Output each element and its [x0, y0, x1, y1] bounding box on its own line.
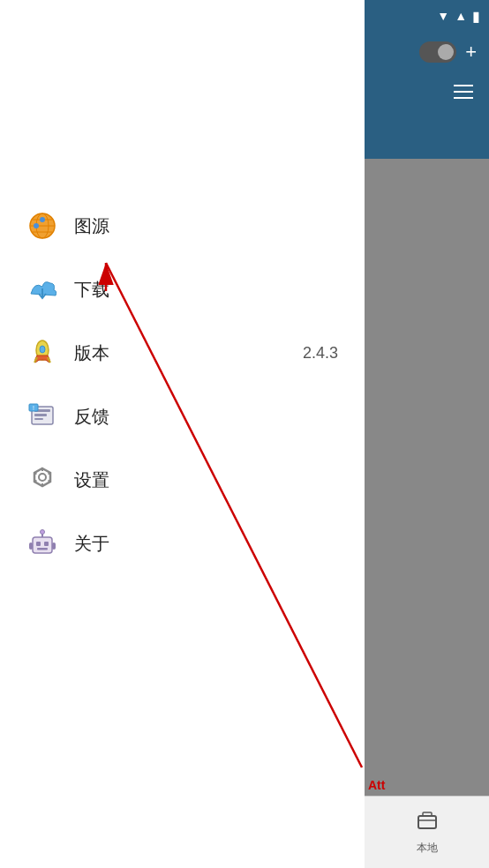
svg-rect-14	[34, 414, 47, 416]
svg-point-19	[39, 474, 46, 481]
wifi-icon: ▼	[437, 9, 449, 23]
status-bar: ▼ ▲ ▮	[365, 0, 489, 32]
menu-item-banben[interactable]: 版本 2.4.3	[18, 321, 365, 385]
xiazai-label: 下载	[74, 278, 109, 302]
menu-item-xiazai[interactable]: 下载	[18, 258, 365, 321]
banben-value: 2.4.3	[303, 344, 338, 363]
local-tab-label: 本地	[417, 841, 438, 856]
top-row: +	[377, 41, 477, 64]
svg-point-9	[40, 346, 45, 353]
local-tab-icon	[415, 809, 440, 837]
bottom-tab-local[interactable]: 本地	[365, 796, 489, 868]
menu-item-shezhi[interactable]: 设置	[18, 448, 365, 512]
svg-rect-39	[423, 812, 432, 816]
tuyuan-icon	[26, 210, 58, 242]
add-button[interactable]: +	[465, 41, 477, 64]
shezhi-svg-icon	[27, 465, 57, 495]
svg-rect-33	[52, 542, 56, 550]
svg-line-23	[49, 481, 51, 483]
svg-text:!: !	[33, 405, 34, 411]
guanyu-icon	[26, 528, 58, 559]
svg-rect-15	[34, 418, 43, 420]
svg-rect-29	[37, 548, 48, 550]
svg-rect-26	[33, 537, 52, 553]
svg-line-22	[34, 473, 37, 475]
banben-label: 版本	[74, 341, 109, 365]
battery-icon: ▮	[472, 8, 480, 25]
fankui-icon: !	[26, 400, 58, 432]
fankui-label: 反馈	[74, 405, 109, 429]
banben-icon	[26, 337, 58, 369]
toggle-button[interactable]	[419, 41, 456, 63]
guanyu-label: 关于	[74, 532, 109, 556]
svg-line-25	[34, 481, 37, 483]
menu-item-tuyuan[interactable]: 图源	[18, 194, 365, 258]
tuyuan-label: 图源	[74, 214, 109, 238]
shezhi-icon	[26, 464, 58, 496]
hamburger-menu-icon[interactable]	[450, 81, 477, 102]
svg-point-6	[34, 223, 39, 228]
svg-rect-28	[44, 542, 49, 546]
menu-item-guanyu[interactable]: 关于	[18, 512, 365, 575]
svg-point-31	[41, 530, 45, 535]
signal-icon: ▲	[455, 9, 467, 23]
guanyu-svg-icon	[27, 528, 57, 558]
svg-line-24	[49, 473, 51, 475]
svg-rect-32	[29, 542, 33, 550]
drawer-menu: 图源 下载	[0, 0, 365, 868]
xiazai-svg-icon	[27, 274, 57, 304]
tuyuan-svg-icon	[27, 211, 57, 241]
svg-point-5	[40, 217, 45, 222]
xiazai-icon	[26, 273, 58, 305]
menu-item-fankui[interactable]: ! 反馈	[18, 385, 365, 448]
fankui-svg-icon: !	[27, 401, 57, 431]
menu-list: 图源 下载	[0, 194, 365, 575]
shezhi-label: 设置	[74, 468, 109, 492]
svg-rect-27	[36, 542, 41, 546]
svg-rect-37	[418, 816, 436, 828]
right-panel: ▼ ▲ ▮ +	[365, 0, 489, 868]
right-top-section: ▼ ▲ ▮ +	[365, 0, 489, 159]
banben-svg-icon	[27, 338, 57, 368]
